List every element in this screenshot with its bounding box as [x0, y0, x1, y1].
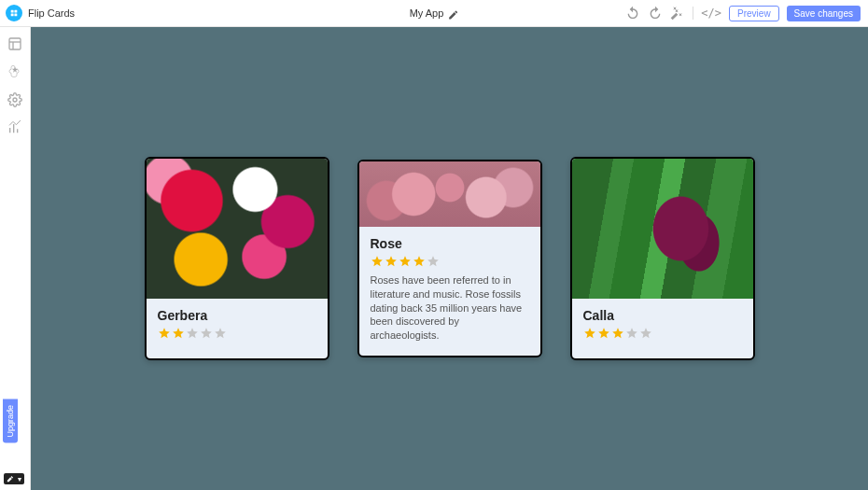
- star-icon: [158, 327, 171, 340]
- layout-icon[interactable]: [7, 36, 22, 51]
- star-icon: [639, 327, 652, 340]
- svg-rect-3: [14, 13, 17, 16]
- star-icon: [186, 327, 199, 340]
- upgrade-button[interactable]: Upgrade: [3, 399, 18, 443]
- star-icon: [385, 255, 398, 268]
- star-icon: [611, 327, 624, 340]
- star-icon: [427, 255, 440, 268]
- card-body: Gerbera: [147, 299, 328, 358]
- star-icon: [214, 327, 227, 340]
- app-logo[interactable]: [6, 5, 22, 21]
- settings-icon[interactable]: [7, 92, 22, 107]
- star-icon: [200, 327, 213, 340]
- main-area: Upgrade ▾ Gerbera Rose Roses have been r…: [0, 27, 868, 490]
- card-image: [359, 161, 540, 227]
- card-image: [147, 159, 328, 299]
- card-image: [572, 159, 753, 299]
- rating-stars: [158, 327, 316, 340]
- plugin-icon[interactable]: [7, 64, 22, 79]
- star-icon: [172, 327, 185, 340]
- svg-point-7: [13, 98, 17, 102]
- card-body: Rose Roses have been referred to in lite…: [359, 227, 540, 356]
- star-icon: [625, 327, 638, 340]
- svg-rect-2: [11, 13, 14, 16]
- page-label: Flip Cards: [28, 7, 75, 19]
- app-name: My App: [410, 7, 444, 19]
- top-bar-left: Flip Cards: [0, 5, 75, 21]
- card-title: Rose: [371, 236, 529, 251]
- card-title: Gerbera: [158, 308, 316, 323]
- redo-icon[interactable]: [648, 6, 663, 21]
- top-bar-right: </> Preview Save changes: [625, 6, 861, 21]
- star-icon: [583, 327, 596, 340]
- flip-card[interactable]: Rose Roses have been referred to in lite…: [357, 160, 542, 357]
- edit-name-icon[interactable]: [447, 7, 458, 19]
- svg-rect-4: [9, 38, 21, 49]
- toolbar-separator: [693, 7, 693, 20]
- star-icon: [413, 255, 426, 268]
- card-title: Calla: [583, 308, 742, 323]
- flip-card[interactable]: Calla: [570, 157, 755, 360]
- undo-icon[interactable]: [625, 6, 640, 21]
- rating-stars: [371, 255, 529, 268]
- left-sidebar: Upgrade ▾: [0, 27, 31, 490]
- save-changes-button[interactable]: Save changes: [787, 6, 861, 21]
- card-description: Roses have been referred to in literatur…: [371, 273, 529, 343]
- star-icon: [371, 255, 384, 268]
- rating-stars: [583, 327, 742, 340]
- canvas[interactable]: Gerbera Rose Roses have been referred to…: [31, 27, 868, 490]
- svg-rect-1: [14, 10, 17, 13]
- analytics-icon[interactable]: [7, 120, 22, 135]
- preview-button[interactable]: Preview: [729, 6, 779, 21]
- app-name-container[interactable]: My App: [410, 7, 459, 19]
- code-icon[interactable]: </>: [701, 7, 721, 20]
- star-icon: [399, 255, 412, 268]
- flip-card[interactable]: Gerbera: [145, 157, 329, 360]
- build-badge[interactable]: ▾: [4, 473, 24, 484]
- card-body: Calla: [572, 299, 753, 358]
- svg-rect-0: [11, 10, 14, 13]
- magic-wand-icon[interactable]: [670, 6, 685, 21]
- top-bar: Flip Cards My App </> Preview Save chang…: [0, 0, 868, 27]
- star-icon: [597, 327, 610, 340]
